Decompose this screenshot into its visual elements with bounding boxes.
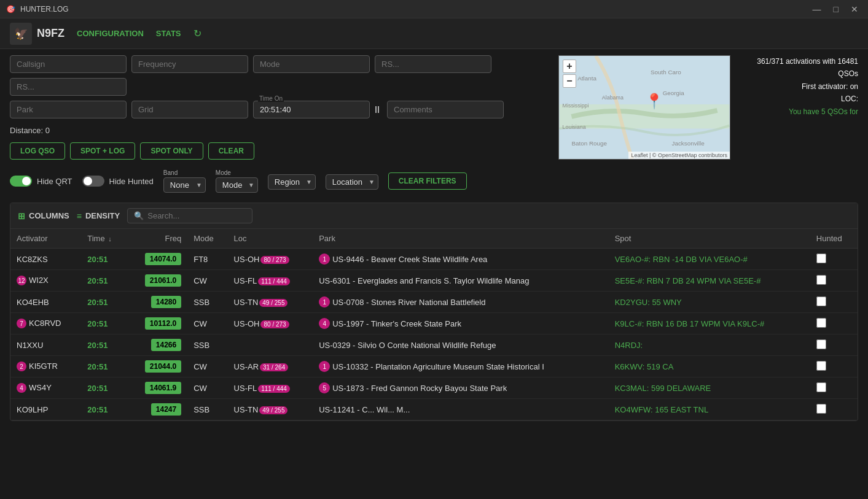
- controls-left: Time On ⏸ Distance: 0 LOG QSO SPOT + LOG…: [10, 55, 553, 160]
- park-wrapper: 1US-9446 - Beaver Creek State Wildlife A…: [319, 253, 603, 265]
- freq-badge: 14061.9: [145, 382, 181, 394]
- park-count-badge: 1: [319, 361, 330, 372]
- hunted-checkbox[interactable]: [816, 361, 826, 371]
- spot-value: VE6AO-#: RBN -14 DB VIA VE6AO-#: [615, 255, 748, 264]
- hunted-checkbox[interactable]: [816, 275, 826, 285]
- col-freq: Freq: [127, 229, 187, 249]
- location-filter: Location ▼: [326, 173, 378, 190]
- columns-button[interactable]: ⊞ COLUMNS: [18, 211, 69, 221]
- svg-text:Jacksonville: Jacksonville: [671, 140, 705, 147]
- loc-value: US-TN: [234, 298, 259, 307]
- spot-only-button[interactable]: SPOT ONLY: [140, 142, 203, 160]
- frequency-input[interactable]: [131, 55, 248, 73]
- park-wrapper: 5US-1873 - Fred Gannon Rocky Bayou State…: [319, 382, 603, 393]
- park-count-badge: 1: [319, 296, 330, 308]
- hide-hunted-toggle[interactable]: [82, 176, 104, 187]
- cell-mode: FT8: [187, 249, 227, 270]
- minimize-button[interactable]: —: [809, 3, 825, 15]
- hunted-checkbox[interactable]: [816, 253, 826, 263]
- time-value: 20:51: [87, 255, 108, 264]
- hunted-checkbox[interactable]: [816, 404, 826, 414]
- rs2-input[interactable]: [10, 78, 127, 96]
- hunted-checkbox[interactable]: [816, 318, 826, 328]
- freq-badge: 14074.0: [145, 253, 181, 265]
- rs1-input[interactable]: [375, 55, 491, 73]
- park-name: US-0708 - Stones River National Battlefi…: [332, 298, 485, 307]
- mode-value: CW: [194, 276, 207, 285]
- clear-button[interactable]: CLEAR: [208, 142, 254, 160]
- cell-hunted: [810, 270, 858, 292]
- col-time[interactable]: Time ↓: [81, 229, 127, 249]
- spot-log-button[interactable]: SPOT + LOG: [70, 142, 135, 160]
- activator-name: WS4Y: [29, 383, 52, 392]
- activator-badge: 2: [17, 362, 26, 371]
- maximize-button[interactable]: □: [830, 3, 842, 15]
- app-icon: 🎯: [6, 5, 15, 14]
- cell-park: US-11241 - C... Wil... M...: [313, 399, 609, 420]
- map-zoom-out-button[interactable]: −: [563, 74, 576, 88]
- cell-hunted: [810, 249, 858, 270]
- loc-badge: 31 / 264: [260, 363, 288, 371]
- nav-stats[interactable]: STATS: [156, 29, 181, 38]
- spots-table-area: ⊞ COLUMNS ≡ DENSITY 🔍 Activator Time ↓ F…: [10, 203, 858, 421]
- density-icon: ≡: [77, 211, 82, 221]
- clear-filters-button[interactable]: CLEAR FILTERS: [388, 172, 467, 190]
- freq-badge: 14280: [151, 296, 181, 308]
- park-input[interactable]: [10, 101, 127, 118]
- cell-spot: KD2YGU: 55 WNY: [609, 292, 810, 313]
- close-button[interactable]: ✕: [847, 3, 862, 15]
- hide-qrt-wrapper: Hide QRT: [10, 176, 72, 187]
- loc-value: US-FL: [234, 276, 257, 285]
- comments-input[interactable]: [387, 101, 504, 118]
- time-input[interactable]: [253, 101, 370, 118]
- grid-input[interactable]: [131, 101, 248, 118]
- svg-text:Louisiana: Louisiana: [563, 124, 586, 130]
- map-container[interactable]: Atlanta South Caro Georgia Mississippi A…: [558, 55, 730, 160]
- cell-loc: US-TN49 / 255: [228, 292, 313, 313]
- time-label: Time On: [258, 95, 284, 102]
- log-qso-button[interactable]: LOG QSO: [10, 142, 65, 160]
- activator-badge: 7: [17, 319, 26, 328]
- spot-value: KC3MAL: 599 DELAWARE: [615, 384, 711, 393]
- col-mode: Mode: [187, 229, 227, 249]
- col-spot: Spot: [609, 229, 810, 249]
- col-loc: Loc: [228, 229, 313, 249]
- park-name: US-11241 - C... Wil... M...: [319, 405, 410, 414]
- refresh-button[interactable]: ↻: [194, 28, 201, 39]
- map-zoom-in-button[interactable]: +: [563, 60, 576, 73]
- cell-park: 4US-1997 - Tinker's Creek State Park: [313, 313, 609, 335]
- search-input[interactable]: [147, 211, 246, 220]
- band-select[interactable]: None 160m80m40m 20m15m10m: [163, 177, 206, 193]
- mode-input[interactable]: [253, 55, 370, 73]
- callsign-label: N9FZ: [37, 27, 65, 40]
- hide-qrt-label: Hide QRT: [37, 177, 72, 186]
- hunted-checkbox[interactable]: [816, 296, 826, 306]
- mode-select[interactable]: ModeSSBCWFT8: [216, 177, 258, 193]
- input-row-2: Time On ⏸: [10, 101, 553, 118]
- stats-line3: First activator: on: [735, 80, 858, 93]
- location-select[interactable]: Location: [326, 174, 378, 190]
- freq-badge: 21061.0: [145, 274, 181, 287]
- cell-freq: 21061.0: [127, 270, 187, 292]
- header: 🦅 N9FZ CONFIGURATION STATS ↻: [0, 18, 868, 49]
- cell-hunted: [810, 399, 858, 420]
- spot-value: N4RDJ:: [615, 341, 643, 350]
- hide-qrt-toggle[interactable]: [10, 176, 32, 187]
- callsign-input[interactable]: [10, 55, 127, 73]
- cell-time: 20:51: [81, 377, 127, 399]
- mode-value: CW: [194, 319, 207, 328]
- loc-value: US-TN: [234, 405, 259, 414]
- cell-mode: CW: [187, 313, 227, 335]
- region-select[interactable]: Region: [268, 174, 316, 190]
- col-park: Park: [313, 229, 609, 249]
- park-name: US-10332 - Plantation Agriculture Museum…: [332, 362, 544, 371]
- hunted-checkbox[interactable]: [816, 382, 826, 392]
- density-button[interactable]: ≡ DENSITY: [77, 211, 120, 221]
- cell-freq: 14061.9: [127, 377, 187, 399]
- pause-button[interactable]: ⏸: [372, 104, 382, 115]
- park-name: US-1997 - Tinker's Creek State Park: [332, 319, 461, 328]
- nav-configuration[interactable]: CONFIGURATION: [77, 29, 144, 38]
- mode-filter: Mode ModeSSBCWFT8 ▼: [216, 169, 258, 193]
- hunted-checkbox[interactable]: [816, 339, 826, 349]
- spot-value: K9LC-#: RBN 16 DB 17 WPM VIA K9LC-#: [615, 319, 764, 328]
